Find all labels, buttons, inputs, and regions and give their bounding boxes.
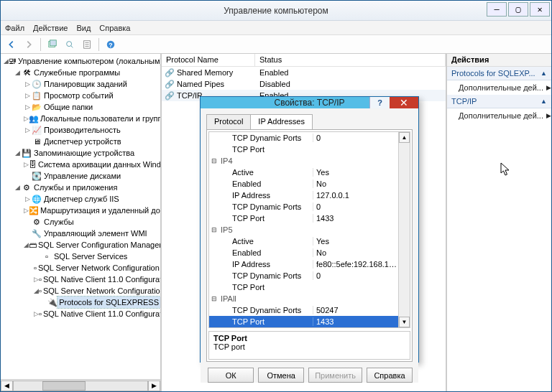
tree-sharedfolders[interactable]: Общие папки [42, 101, 94, 113]
desc-heading: TCP Port [213, 334, 405, 342]
pg-group[interactable]: IPAll [219, 294, 313, 303]
actions-section-label: Protocols for SQLEXP... [451, 69, 535, 78]
tree-sqlnetcfg[interactable]: SQL Server Network Configuration [42, 285, 160, 297]
tree-protocols[interactable]: Protocols for SQLEXPRESS [58, 297, 160, 308]
tree-sqlservices[interactable]: SQL Server Services [52, 251, 129, 262]
menu-help[interactable]: Справка [99, 24, 130, 32]
list-header[interactable]: Protocol Name Status [162, 54, 446, 67]
collapse-toggle[interactable]: ⊟ [209, 157, 219, 164]
scroll-right-button[interactable]: ▶ [148, 381, 160, 391]
actions-section-protocols[interactable]: Protocols for SQLEXP... ▲ [447, 67, 551, 80]
tree-snac11[interactable]: SQL Native Client 11.0 Configuration [42, 308, 160, 319]
pg-val[interactable]: No [313, 179, 398, 188]
minimize-button[interactable]: — [487, 2, 507, 17]
tree-scheduler[interactable]: Планировщик заданий [42, 78, 129, 90]
pg-val[interactable]: 0 [313, 202, 398, 211]
pg-key: TCP Port [219, 145, 313, 154]
maximize-button[interactable]: ▢ [508, 2, 528, 17]
pg-val[interactable]: No [313, 248, 398, 257]
pg-val[interactable]: Yes [313, 237, 398, 246]
pg-group[interactable]: IP5 [219, 225, 313, 234]
tree-localusers[interactable]: Локальные пользователи и группы [39, 113, 160, 124]
tree-diskmgmt[interactable]: Управление дисками [42, 170, 122, 182]
tree-tools[interactable]: Служебные программы [32, 67, 121, 78]
propgrid-vscrollbar[interactable]: ▲ ▼ [398, 132, 410, 327]
pg-val[interactable]: 1433 [313, 214, 398, 223]
tree-devmgr[interactable]: Диспетчер устройств [42, 136, 123, 147]
toolbar: ? [1, 35, 551, 54]
pg-val[interactable]: 127.0.0.1 [313, 191, 398, 200]
eventviewer-icon: 📋 [31, 90, 42, 101]
dialog-help-button[interactable]: ? [369, 97, 390, 108]
tree-sqlnetcfg32[interactable]: SQL Server Network Configuration (32 [37, 262, 160, 274]
tree-rras[interactable]: Маршрутизация и удаленный доступ [39, 205, 160, 216]
navigation-tree[interactable]: ◢🖳Управление компьютером (локальным) ◢🛠С… [1, 54, 160, 379]
tree-svcs[interactable]: Службы [42, 216, 75, 228]
toolbar-properties-icon[interactable] [79, 37, 95, 52]
forward-button[interactable] [21, 37, 37, 52]
tab-protocol[interactable]: Protocol [206, 114, 251, 129]
tree-storage[interactable]: Запоминающие устройства [32, 147, 136, 159]
folder-icon: 📂 [31, 102, 42, 112]
collapse-icon: ▲ [540, 98, 547, 105]
property-grid[interactable]: TCP Dynamic Ports0 TCP Port ⊟IP4 ActiveY… [208, 131, 410, 328]
col-protocol-name[interactable]: Protocol Name [162, 54, 255, 66]
close-window-button[interactable]: ✕ [530, 2, 550, 17]
list-row[interactable]: 🔗Shared Memory Enabled [162, 67, 446, 78]
collapse-toggle[interactable]: ⊟ [209, 226, 219, 233]
menu-file[interactable]: Файл [5, 24, 24, 32]
toolbar-icon-1[interactable] [45, 37, 60, 52]
tree-wmi[interactable]: Управляющий элемент WMI [42, 228, 149, 239]
tree-wsb[interactable]: Система архивации данных Windows Ser [37, 159, 160, 170]
protocol-status: Disabled [255, 80, 446, 88]
tree-iis[interactable]: Диспетчер служб IIS [42, 193, 121, 205]
tree-eventviewer[interactable]: Просмотр событий [42, 90, 115, 101]
scroll-left-button[interactable]: ◀ [1, 381, 13, 391]
scheduler-icon: 🕒 [31, 79, 42, 89]
dialog-titlebar[interactable]: Свойства: TCP/IP ? ✕ [201, 97, 418, 108]
protocol-name: Named Pipes [177, 80, 224, 88]
col-status[interactable]: Status [255, 54, 446, 66]
ok-button[interactable]: ОК [208, 368, 254, 383]
toolbar-help-icon[interactable]: ? [103, 37, 119, 52]
pg-val[interactable]: fe80::5efe:192.168.10.2%13 [313, 260, 398, 269]
pg-group[interactable]: IP4 [219, 157, 313, 165]
help-button[interactable]: Справка [367, 368, 413, 383]
tree-root[interactable]: Управление компьютером (локальным) [17, 55, 160, 67]
dialog-close-button[interactable]: ✕ [390, 97, 418, 108]
pg-val[interactable]: 0 [313, 271, 398, 280]
collapse-toggle[interactable]: ⊟ [209, 295, 219, 302]
scroll-thumb[interactable] [42, 381, 86, 391]
menu-view[interactable]: Вид [76, 24, 91, 32]
tree-hscrollbar[interactable]: ◀ ▶ [1, 379, 160, 391]
pg-val[interactable]: 50247 [313, 306, 398, 314]
pg-val[interactable]: 0 [313, 134, 398, 142]
chevron-right-icon: ▶ [546, 84, 551, 91]
actions-section-tcpip[interactable]: TCP/IP ▲ [447, 95, 551, 108]
backup-icon: 🗄 [29, 159, 37, 169]
tree-services[interactable]: Службы и приложения [32, 182, 119, 193]
iis-icon: 🌐 [31, 194, 42, 204]
cancel-button[interactable]: Отмена [258, 368, 304, 383]
storage-icon: 💾 [21, 148, 32, 158]
tree-sqlcfg[interactable]: SQL Server Configuration Manager [37, 239, 160, 251]
scroll-down-button[interactable]: ▼ [399, 317, 410, 327]
tree-snac11-32[interactable]: SQL Native Client 11.0 Configuration ( [42, 274, 160, 285]
actions-more-tcpip[interactable]: Дополнительные дей...▶ [447, 108, 551, 123]
pg-val-selected[interactable]: 1433 [313, 317, 398, 326]
toolbar-icon-2[interactable] [62, 37, 78, 52]
list-row[interactable]: 🔗Named Pipes Disabled [162, 78, 446, 90]
pg-key: TCP Port [219, 317, 313, 326]
collapse-icon: ▲ [540, 70, 547, 77]
back-button[interactable] [4, 37, 19, 52]
apply-button[interactable]: Применить [308, 368, 362, 383]
dialog-title: Свойства: TCP/IP [274, 98, 344, 108]
actions-more-protocols[interactable]: Дополнительные дей...▶ [447, 80, 551, 95]
tree-perf[interactable]: Производительность [42, 124, 122, 136]
menu-action[interactable]: Действие [33, 24, 68, 32]
users-icon: 👥 [29, 113, 39, 123]
scroll-up-button[interactable]: ▲ [399, 132, 410, 143]
pg-key: TCP Dynamic Ports [219, 134, 313, 142]
pg-val[interactable]: Yes [313, 168, 398, 177]
tab-ip-addresses[interactable]: IP Addresses [250, 114, 313, 129]
